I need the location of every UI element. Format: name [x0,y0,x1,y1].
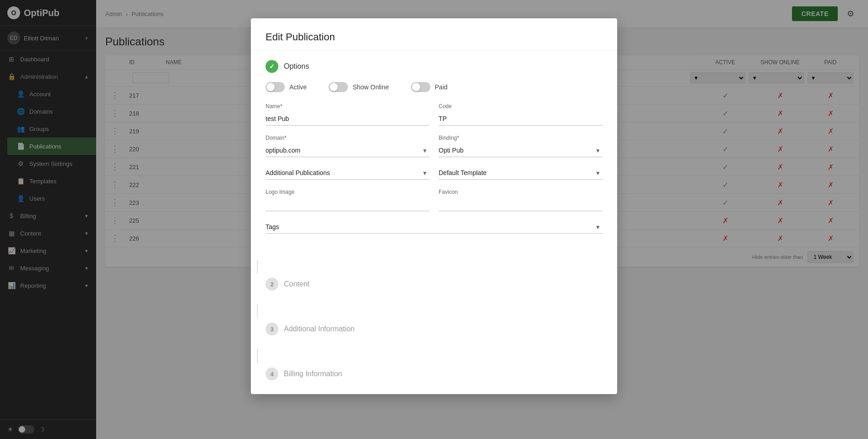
favicon-label: Favicon [439,189,602,195]
show-online-toggle-knob [330,83,338,91]
name-label: Name* [266,103,429,110]
name-input[interactable] [266,112,429,126]
code-field: Code [439,103,602,126]
options-form: Active Show Online Paid [266,82,602,250]
step-3-number: 3 [266,323,278,335]
code-label: Code [439,103,602,110]
default-template-field: Default Template ▼ [439,166,602,180]
addl-pubs-template-row: Additional Publications ▼ Default Templa… [266,166,602,180]
code-input[interactable] [439,112,602,126]
step-4-number: 4 [266,368,278,380]
step-billing-header: 4 Billing Information [266,368,602,380]
binding-field: Binding* Opti Pub ▼ [439,135,602,157]
logo-favicon-row: Logo Image Favicon [266,189,602,211]
tags-select[interactable]: Tags [266,220,602,234]
tags-row: Tags ▼ [266,220,602,234]
logo-image-input[interactable] [266,198,429,211]
binding-select-wrapper: Opti Pub ▼ [439,144,602,157]
binding-label: Binding* [439,135,602,141]
step-options-section: ✓ Options Active Sho [251,51,617,259]
logo-image-label: Logo Image [266,189,429,195]
toggle-paid-group: Paid [411,82,448,92]
active-toggle[interactable] [266,82,285,92]
show-online-toggle[interactable] [329,82,348,92]
toggle-show-online-group: Show Online [329,82,389,92]
additional-publications-field: Additional Publications ▼ [266,166,429,180]
domain-select[interactable]: optipub.com [266,144,429,157]
binding-select[interactable]: Opti Pub [439,144,602,157]
step-divider-2 [257,304,258,318]
default-template-select[interactable]: Default Template [439,166,602,180]
paid-toggle[interactable] [411,82,430,92]
step-content-header: 2 Content [266,278,602,291]
favicon-input[interactable] [439,198,602,211]
step-options-header: ✓ Options [266,60,602,73]
step-2-label: Content [284,280,309,288]
step-divider-3 [257,349,258,363]
favicon-field: Favicon [439,189,602,211]
modal-title: Edit Publication [251,18,617,51]
step-2-number: 2 [266,278,278,291]
paid-toggle-knob [412,83,420,91]
tags-select-wrapper: Tags ▼ [266,220,602,234]
step-additional-section: 3 Additional Information [251,318,617,349]
name-field: Name* [266,103,429,126]
active-toggle-label: Active [289,83,307,91]
logo-image-field: Logo Image [266,189,429,211]
domain-select-wrapper: optipub.com ▼ [266,144,429,157]
show-online-toggle-label: Show Online [353,83,389,91]
step-3-label: Additional Information [284,325,355,333]
step-4-label: Billing Information [284,370,342,378]
name-code-row: Name* Code [266,103,602,126]
additional-publications-select[interactable]: Additional Publications [266,166,429,180]
step-billing-section: 4 Billing Information [251,363,617,394]
step-divider-1 [257,259,258,273]
edit-publication-modal: Edit Publication ✓ Options Active [251,18,617,394]
domain-binding-row: Domain* optipub.com ▼ Binding* Opti [266,135,602,157]
step-content-section: 2 Content [251,273,617,304]
domain-label: Domain* [266,135,429,141]
domain-field: Domain* optipub.com ▼ [266,135,429,157]
toggle-row: Active Show Online Paid [266,82,602,92]
paid-toggle-label: Paid [435,83,448,91]
toggle-active-group: Active [266,82,307,92]
additional-pubs-select-wrapper: Additional Publications ▼ [266,166,429,180]
tags-field: Tags ▼ [266,220,602,234]
step-1-label: Options [284,62,309,71]
step-additional-header: 3 Additional Information [266,323,602,335]
default-template-select-wrapper: Default Template ▼ [439,166,602,180]
step-1-number: ✓ [266,60,278,73]
active-toggle-knob [266,83,275,91]
modal-overlay[interactable]: Edit Publication ✓ Options Active [0,0,868,439]
